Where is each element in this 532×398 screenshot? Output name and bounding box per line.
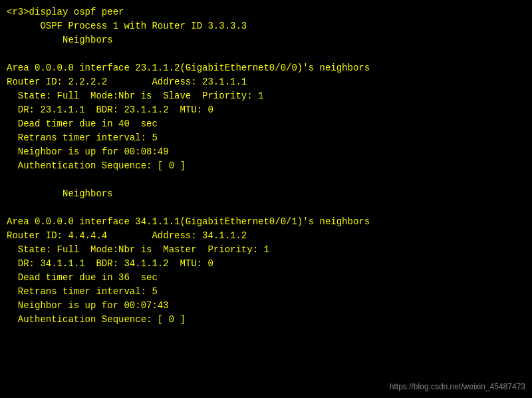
section2-area: Area 0.0.0.0 interface 34.1.1.1(GigabitE… (7, 215, 525, 229)
watermark: https://blog.csdn.net/weixin_45487473 (390, 381, 525, 393)
blank-3 (7, 201, 525, 215)
section2-auth: Authentication Sequence: [ 0 ] (7, 313, 525, 327)
section1-auth: Authentication Sequence: [ 0 ] (7, 159, 525, 173)
section1-dr: DR: 23.1.1.1 BDR: 23.1.1.2 MTU: 0 (7, 103, 525, 117)
prompt-line: <r3>display ospf peer (7, 5, 525, 19)
section1-dead: Dead timer due in 40 sec (7, 117, 525, 131)
header-neighbors-1: Neighbors (7, 33, 525, 47)
section2-router: Router ID: 4.4.4.4 Address: 34.1.1.2 (7, 229, 525, 243)
section2-state: State: Full Mode:Nbr is Master Priority:… (7, 243, 525, 257)
section2-retrans: Retrans timer interval: 5 (7, 285, 525, 299)
section1-retrans: Retrans timer interval: 5 (7, 131, 525, 145)
blank-2 (7, 173, 525, 187)
section2-dr: DR: 34.1.1.1 BDR: 34.1.1.2 MTU: 0 (7, 257, 525, 271)
blank-1 (7, 47, 525, 61)
header-process: OSPF Process 1 with Router ID 3.3.3.3 (7, 19, 525, 33)
terminal-window: <r3>display ospf peer OSPF Process 1 wit… (0, 0, 532, 398)
section2-dead: Dead timer due in 36 sec (7, 271, 525, 285)
section1-state: State: Full Mode:Nbr is Slave Priority: … (7, 89, 525, 103)
section1-neighbor: Neighbor is up for 00:08:49 (7, 145, 525, 159)
section2-neighbor: Neighbor is up for 00:07:43 (7, 299, 525, 313)
section1-area: Area 0.0.0.0 interface 23.1.1.2(GigabitE… (7, 61, 525, 75)
section1-router: Router ID: 2.2.2.2 Address: 23.1.1.1 (7, 75, 525, 89)
header-neighbors-2: Neighbors (7, 187, 525, 201)
